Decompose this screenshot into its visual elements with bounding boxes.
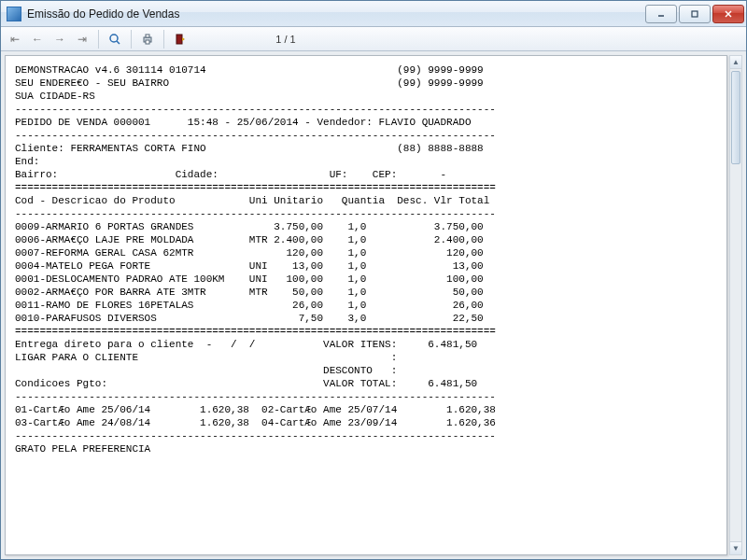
report-viewport: DEMONSTRACAO v4.6 301114 010714 (99) 999… [1,51,746,559]
report-item-line: 0009-ARMARIO 6 PORTAS GRANDES 3.750,00 1… [15,221,484,232]
report-line: ----------------------------------------… [15,391,496,402]
printer-icon [141,33,154,46]
nav-last-button[interactable]: ⇥ [72,29,92,49]
page-indicator: 1 / 1 [267,34,304,45]
report-page: DEMONSTRACAO v4.6 301114 010714 (99) 999… [5,55,727,555]
magnifier-icon [108,33,121,46]
toolbar-separator [131,30,132,49]
report-line: 03-CartÆo Ame 24/08/14 1.620,38 04-CartÆ… [15,417,496,428]
report-item-line: 0011-RAMO DE FLORES 16PETALAS 26,00 1,0 … [15,300,484,311]
window-controls [643,5,744,23]
svg-rect-8 [146,40,149,44]
first-page-icon: ⇤ [10,33,20,46]
toolbar-separator [163,30,164,49]
maximize-button[interactable] [679,5,711,23]
nav-first-button[interactable]: ⇤ [5,29,25,49]
next-page-icon: → [54,33,65,46]
report-line: Entrega direto para o cliente - / / VALO… [15,339,477,350]
report-item-line: 0002-ARMA€ÇO POR BARRA ATE 3MTR MTR 50,0… [15,287,484,298]
toolbar: ⇤ ← → ⇥ 1 / 1 [1,27,746,51]
zoom-button[interactable] [105,29,125,49]
svg-marker-10 [182,37,185,41]
print-button[interactable] [137,29,158,49]
report-item-line: 0004-MATELO PEGA FORTE UNI 13,00 1,0 13,… [15,260,484,272]
svg-rect-9 [176,35,182,44]
report-item-line: 0006-ARMA€ÇO LAJE PRE MOLDADA MTR 2.400,… [15,234,484,245]
report-line: GRATO PELA PREFERENCIA [15,443,150,455]
window-title: Emissão do Pedido de Vendas [27,7,643,21]
vertical-scrollbar[interactable]: ▲ ▼ [729,55,742,555]
toolbar-separator [98,30,99,49]
report-line: SEU ENDERE€O - SEU BAIRRO (99) 9999-9999 [15,77,484,89]
report-line: ----------------------------------------… [15,430,496,441]
scroll-up-icon[interactable]: ▲ [730,56,741,69]
prev-page-icon: ← [32,33,43,46]
report-line: End: [15,156,39,167]
report-item-line: 0001-DESLOCAMENTO PADRAO ATE 100KM UNI 1… [15,273,484,285]
report-line: ========================================… [15,326,496,337]
scroll-down-icon[interactable]: ▼ [730,541,741,554]
svg-rect-7 [146,35,149,37]
scroll-thumb[interactable] [731,71,740,164]
report-line: DEMONSTRACAO v4.6 301114 010714 (99) 999… [15,64,484,76]
report-item-line: 0010-PARAFUSOS DIVERSOS 7,50 3,0 22,50 [15,313,484,324]
exit-icon [174,33,187,46]
report-line: PEDIDO DE VENDA 000001 15:48 - 25/06/201… [15,117,471,128]
report-line: LIGAR PARA O CLIENTE : [15,352,397,363]
report-line: ----------------------------------------… [15,104,496,115]
report-line: 01-CartÆo Ame 25/06/14 1.620,38 02-CartÆ… [15,404,496,415]
report-line: SUA CIDADE-RS [15,91,95,102]
report-line: Condicoes Pgto: VALOR TOTAL: 6.481,50 [15,378,477,389]
report-line: Bairro: Cidade: UF: CEP: - [15,169,446,180]
titlebar[interactable]: Emissão do Pedido de Vendas [1,1,746,27]
nav-next-button[interactable]: → [49,29,70,49]
svg-point-4 [110,35,118,42]
exit-button[interactable] [170,29,190,49]
nav-prev-button[interactable]: ← [27,29,48,49]
report-line: Cliente: FERRAMENTAS CORTA FINO (88) 888… [15,143,484,154]
last-page-icon: ⇥ [78,33,87,46]
svg-line-5 [117,41,120,44]
minimize-button[interactable] [645,5,677,23]
report-line: ----------------------------------------… [15,130,496,141]
app-icon [7,7,21,21]
report-line: ========================================… [15,182,496,193]
report-line: ----------------------------------------… [15,208,496,219]
report-window: Emissão do Pedido de Vendas ⇤ ← → ⇥ [0,0,747,560]
report-line: DESCONTO : [15,365,397,376]
report-item-line: 0007-REFORMA GERAL CASA 62MTR 120,00 1,0… [15,247,484,259]
svg-rect-1 [692,11,698,17]
close-button[interactable] [712,5,744,23]
report-line: Cod - Descricao do Produto Uni Unitario … [15,195,489,206]
